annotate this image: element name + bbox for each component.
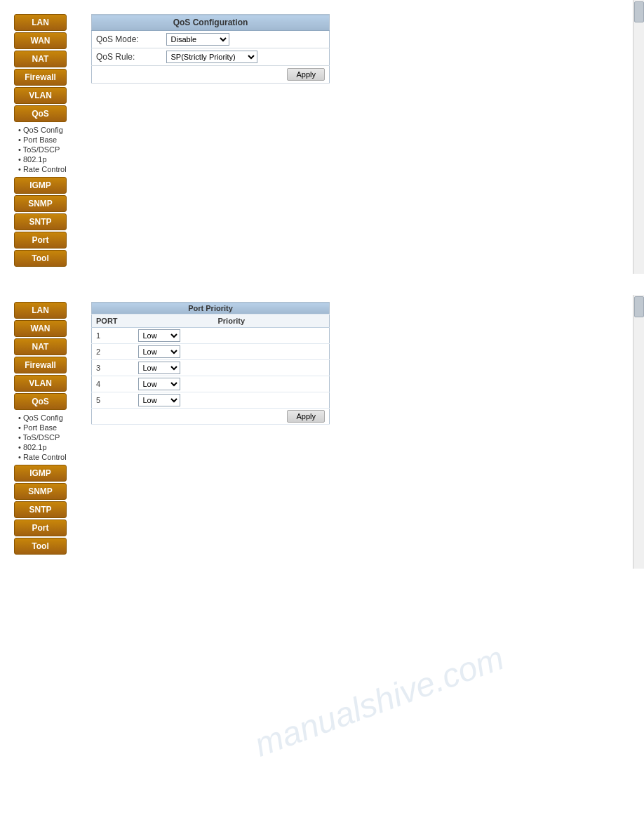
table-row: 4 LowNormalMediumHigh [92,376,330,392]
qos-config-title: QoS Configuration [92,15,330,31]
qos-submenu-2: QoS Config Port Base ToS/DSCP 802.1p Rat… [14,411,77,463]
port-base-link-1[interactable]: Port Base [23,135,57,144]
nav-btn-snmp-2[interactable]: SNMP [14,483,67,500]
port-apply-row: Apply [92,409,330,425]
nav-btn-nat-1[interactable]: NAT [14,51,67,67]
qos-config-link-1[interactable]: QoS Config [23,126,63,134]
port-priority-title: Port Priority [92,303,330,315]
port-4-priority-select[interactable]: LowNormalMediumHigh [138,378,180,390]
nav-btn-igmp-2[interactable]: IGMP [14,465,67,482]
port-1-label: 1 [92,328,134,344]
qos-rule-row: QoS Rule: SP(Strictly Priority) WRR [92,48,330,66]
table-row: 3 LowNormalMediumHigh [92,360,330,376]
rate-control-link-1[interactable]: Rate Control [23,165,67,173]
port-2-label: 2 [92,344,134,360]
nav-btn-vlan-2[interactable]: VLAN [14,375,67,392]
table-row: 1 LowNormalMediumHigh [92,328,330,344]
tos-dscp-link-2[interactable]: ToS/DSCP [23,433,60,442]
port-priority-body: 1 LowNormalMediumHigh 2 LowNormalMediumH… [92,328,330,425]
nav-btn-firewall-2[interactable]: Firewall [14,357,67,373]
tos-dscp-link-1[interactable]: ToS/DSCP [23,145,60,154]
port-apply-button[interactable]: Apply [287,410,325,423]
qos-mode-select[interactable]: Disable Enable [166,33,229,46]
port-3-label: 3 [92,360,134,376]
nav-btn-qos-1[interactable]: QoS [14,105,67,122]
table-row: 5 LowNormalMediumHigh [92,392,330,409]
priority-col-header: Priority [134,315,330,328]
qos-mode-label: QoS Mode: [92,31,162,48]
802-1p-link-2[interactable]: 802.1p [23,443,47,451]
nav-btn-vlan-1[interactable]: VLAN [14,87,67,104]
port-2-priority-select[interactable]: LowNormalMediumHigh [138,345,180,358]
port-priority-table: Port Priority PORT Priority 1 LowNormalM… [91,302,330,425]
nav-btn-firewall-1[interactable]: Firewall [14,69,67,86]
nav-btn-tool-2[interactable]: Tool [14,538,67,555]
nav-btn-tool-1[interactable]: Tool [14,250,67,267]
port-1-priority-select[interactable]: LowNormalMediumHigh [138,329,180,342]
802-1p-link-1[interactable]: 802.1p [23,155,47,164]
nav-btn-nat-2[interactable]: NAT [14,338,67,355]
table-row: 2 LowNormalMediumHigh [92,344,330,360]
nav-btn-lan-2[interactable]: LAN [14,302,67,319]
nav-btn-qos-2[interactable]: QoS [14,393,67,410]
qos-submenu-1: QoS Config Port Base ToS/DSCP 802.1p Rat… [14,124,77,176]
nav-btn-lan-1[interactable]: LAN [14,14,67,31]
nav-btn-wan-2[interactable]: WAN [14,320,67,337]
port-5-label: 5 [92,392,134,409]
qos-apply-button[interactable]: Apply [287,68,325,81]
nav-btn-wan-1[interactable]: WAN [14,32,67,49]
nav-btn-port-2[interactable]: Port [14,519,67,536]
port-5-priority-select[interactable]: LowNormalMediumHigh [138,394,180,406]
qos-apply-row: Apply [92,66,330,84]
port-base-link-2[interactable]: Port Base [23,423,57,432]
port-4-label: 4 [92,376,134,392]
nav-btn-port-1[interactable]: Port [14,232,67,249]
nav-btn-sntp-2[interactable]: SNTP [14,501,67,518]
qos-config-table: QoS Configuration QoS Mode: Disable Enab… [91,14,330,84]
qos-rule-label: QoS Rule: [92,48,162,66]
port-col-header: PORT [92,315,134,328]
nav-btn-snmp-1[interactable]: SNMP [14,195,67,212]
port-3-priority-select[interactable]: LowNormalMediumHigh [138,362,180,374]
rate-control-link-2[interactable]: Rate Control [23,453,67,461]
nav-btn-sntp-1[interactable]: SNTP [14,213,67,230]
qos-rule-select[interactable]: SP(Strictly Priority) WRR [166,51,257,63]
qos-config-link-2[interactable]: QoS Config [23,413,63,422]
qos-mode-row: QoS Mode: Disable Enable [92,31,330,48]
nav-btn-igmp-1[interactable]: IGMP [14,177,67,194]
watermark: manualshive.com [250,638,509,764]
